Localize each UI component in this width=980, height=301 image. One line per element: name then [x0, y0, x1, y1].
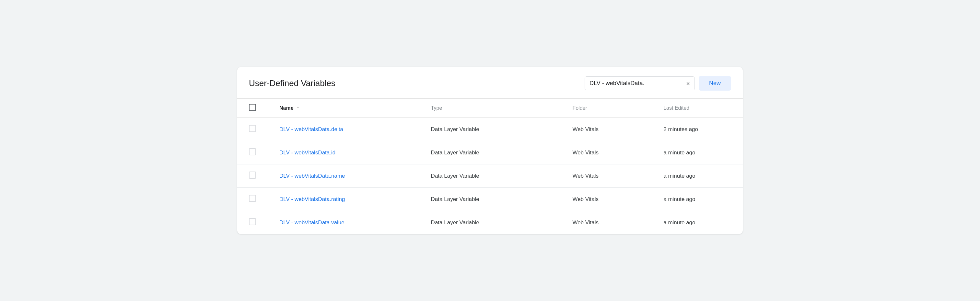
page-title: User-Defined Variables — [249, 78, 336, 88]
row-type: Data Layer Variable — [419, 141, 561, 165]
row-checkbox[interactable] — [249, 171, 256, 179]
table-row: DLV - webVitalsData.idData Layer Variabl… — [237, 141, 743, 165]
row-name-cell: DLV - webVitalsData.value — [268, 211, 419, 234]
search-box[interactable]: DLV - webVitalsData. × — [585, 76, 695, 90]
row-checkbox-cell — [237, 165, 268, 188]
header-controls: DLV - webVitalsData. × New — [585, 76, 731, 90]
row-checkbox-cell — [237, 188, 268, 211]
table-row: DLV - webVitalsData.nameData Layer Varia… — [237, 165, 743, 188]
row-folder: Web Vitals — [561, 211, 652, 234]
row-type: Data Layer Variable — [419, 188, 561, 211]
sort-arrow-icon: ↑ — [297, 106, 299, 111]
search-value: DLV - webVitalsData. — [590, 80, 683, 87]
row-type: Data Layer Variable — [419, 118, 561, 141]
variables-table: Name ↑ Type Folder Last Edited DLV - web… — [237, 98, 743, 234]
row-type: Data Layer Variable — [419, 211, 561, 234]
new-button[interactable]: New — [699, 76, 731, 90]
row-checkbox[interactable] — [249, 218, 256, 225]
row-checkbox[interactable] — [249, 195, 256, 202]
variable-name-link[interactable]: DLV - webVitalsData.id — [279, 149, 336, 156]
row-name-cell: DLV - webVitalsData.rating — [268, 188, 419, 211]
row-name-cell: DLV - webVitalsData.name — [268, 165, 419, 188]
main-panel: User-Defined Variables DLV - webVitalsDa… — [237, 67, 743, 234]
header-type: Type — [419, 99, 561, 118]
row-type: Data Layer Variable — [419, 165, 561, 188]
header-last-edited: Last Edited — [652, 99, 743, 118]
table-row: DLV - webVitalsData.deltaData Layer Vari… — [237, 118, 743, 141]
row-last-edited: a minute ago — [652, 165, 743, 188]
header-checkbox-cell — [237, 99, 268, 118]
row-last-edited: a minute ago — [652, 188, 743, 211]
variable-name-link[interactable]: DLV - webVitalsData.delta — [279, 126, 343, 132]
table-row: DLV - webVitalsData.ratingData Layer Var… — [237, 188, 743, 211]
variable-name-link[interactable]: DLV - webVitalsData.rating — [279, 196, 345, 202]
row-checkbox-cell — [237, 141, 268, 165]
table-row: DLV - webVitalsData.valueData Layer Vari… — [237, 211, 743, 234]
row-name-cell: DLV - webVitalsData.delta — [268, 118, 419, 141]
table-header-row: Name ↑ Type Folder Last Edited — [237, 99, 743, 118]
row-checkbox-cell — [237, 118, 268, 141]
row-folder: Web Vitals — [561, 118, 652, 141]
header-name: Name ↑ — [268, 99, 419, 118]
row-last-edited: 2 minutes ago — [652, 118, 743, 141]
row-folder: Web Vitals — [561, 165, 652, 188]
row-name-cell: DLV - webVitalsData.id — [268, 141, 419, 165]
row-checkbox[interactable] — [249, 125, 256, 132]
row-last-edited: a minute ago — [652, 141, 743, 165]
variable-name-link[interactable]: DLV - webVitalsData.name — [279, 173, 345, 179]
header-folder: Folder — [561, 99, 652, 118]
variable-name-link[interactable]: DLV - webVitalsData.value — [279, 219, 345, 226]
row-checkbox-cell — [237, 211, 268, 234]
row-folder: Web Vitals — [561, 188, 652, 211]
clear-search-icon[interactable]: × — [686, 80, 690, 87]
row-last-edited: a minute ago — [652, 211, 743, 234]
header-row: User-Defined Variables DLV - webVitalsDa… — [237, 67, 743, 98]
select-all-checkbox[interactable] — [249, 104, 256, 111]
row-folder: Web Vitals — [561, 141, 652, 165]
row-checkbox[interactable] — [249, 148, 256, 155]
